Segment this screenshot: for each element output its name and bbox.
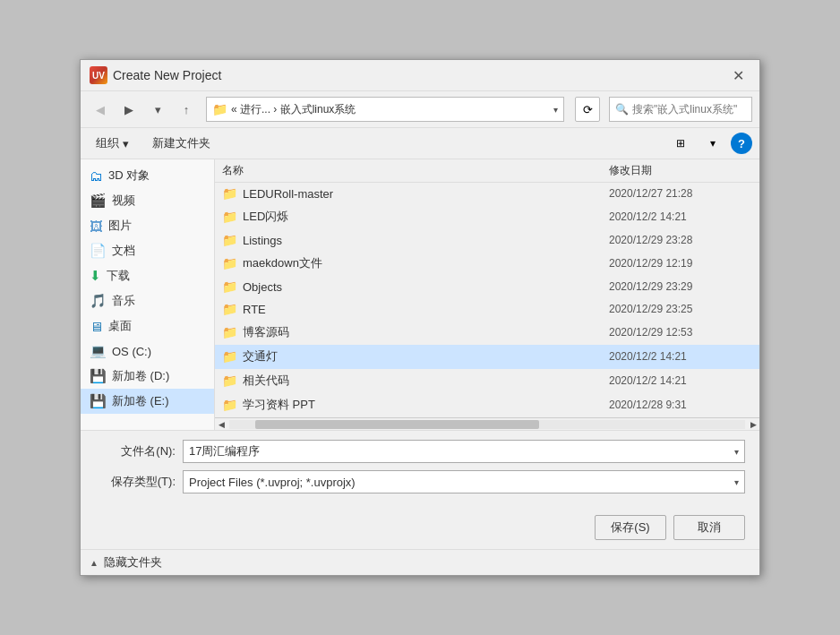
sidebar-item-desktop[interactable]: 🖥 桌面 bbox=[81, 313, 214, 339]
sidebar-item-music[interactable]: 🎵 音乐 bbox=[81, 288, 214, 313]
cancel-button[interactable]: 取消 bbox=[673, 515, 745, 540]
file-name: Objects bbox=[243, 280, 282, 294]
table-row[interactable]: 📁LEDURoll-master 2020/12/27 21:28 bbox=[215, 183, 759, 205]
view-button[interactable]: ⊞ bbox=[666, 133, 695, 154]
scroll-track bbox=[229, 420, 745, 429]
horizontal-scrollbar[interactable]: ◀ ▶ bbox=[215, 417, 759, 430]
sidebar-item-3d[interactable]: 🗂 3D 对象 bbox=[81, 163, 214, 188]
new-folder-button[interactable]: 新建文件夹 bbox=[144, 132, 219, 155]
organize-dropdown-icon: ▾ bbox=[123, 137, 129, 150]
search-box: 🔍 bbox=[609, 97, 752, 122]
new-folder-label: 新建文件夹 bbox=[152, 135, 210, 151]
file-date: 2020/12/29 12:53 bbox=[609, 326, 752, 339]
folder-icon: 📁 bbox=[222, 325, 237, 339]
footer-label: 隐藏文件夹 bbox=[104, 554, 162, 571]
sidebar-item-drive-e[interactable]: 💾 新加卷 (E:) bbox=[81, 389, 214, 414]
view-dropdown-button[interactable]: ▾ bbox=[699, 133, 727, 154]
table-row[interactable]: 📁maekdown文件 2020/12/29 12:19 bbox=[215, 252, 759, 276]
file-date: 2020/12/27 21:28 bbox=[609, 187, 752, 200]
path-dropdown-icon[interactable]: ▾ bbox=[553, 105, 558, 115]
filename-row: 文件名(N): ▾ bbox=[95, 440, 745, 463]
table-row[interactable]: 📁RTE 2020/12/29 23:25 bbox=[215, 298, 759, 321]
folder-icon: 📁 bbox=[222, 349, 237, 364]
drive-d-icon: 💾 bbox=[90, 368, 107, 384]
toolbar-left: 组织 ▾ 新建文件夹 bbox=[88, 132, 219, 155]
file-date: 2020/12/2 14:21 bbox=[609, 374, 752, 387]
downloads-icon: ⬇ bbox=[90, 268, 101, 284]
toolbar: 组织 ▾ 新建文件夹 ⊞ ▾ ? bbox=[81, 128, 759, 159]
sidebar-label-downloads: 下载 bbox=[107, 268, 130, 284]
refresh-button[interactable]: ⟳ bbox=[575, 97, 600, 122]
filetype-row: 保存类型(T): ▾ bbox=[95, 470, 745, 493]
close-button[interactable]: ✕ bbox=[725, 65, 750, 85]
desktop-icon: 🖥 bbox=[90, 319, 103, 334]
filetype-input[interactable] bbox=[189, 476, 734, 489]
filename-dropdown-icon[interactable]: ▾ bbox=[734, 447, 739, 457]
path-box[interactable]: 📁 « 进行... › 嵌入式linux系统 ▾ bbox=[206, 97, 564, 122]
sidebar-label-drive-c: OS (C:) bbox=[112, 345, 151, 358]
file-name: maekdown文件 bbox=[243, 255, 322, 271]
table-row[interactable]: 📁Objects 2020/12/29 23:29 bbox=[215, 276, 759, 298]
folder-icon: 📁 bbox=[222, 302, 237, 316]
organize-button[interactable]: 组织 ▾ bbox=[88, 132, 137, 155]
scroll-left-button[interactable]: ◀ bbox=[215, 418, 227, 431]
pictures-icon: 🖼 bbox=[90, 219, 103, 234]
sidebar-item-downloads[interactable]: ⬇ 下载 bbox=[81, 263, 214, 288]
expand-icon[interactable]: ▲ bbox=[90, 558, 99, 568]
dialog-title: Create New Project bbox=[113, 68, 221, 82]
filetype-dropdown-icon[interactable]: ▾ bbox=[734, 477, 739, 487]
folder-icon: 📁 bbox=[222, 233, 237, 247]
forward-button[interactable]: ▶ bbox=[116, 99, 141, 120]
footer: ▲ 隐藏文件夹 bbox=[81, 549, 759, 575]
app-icon: UV bbox=[90, 66, 107, 84]
sidebar-item-pictures[interactable]: 🖼 图片 bbox=[81, 213, 214, 238]
table-row[interactable]: 📁LED闪烁 2020/12/2 14:21 bbox=[215, 205, 759, 229]
path-text: « 进行... › 嵌入式linux系统 bbox=[231, 102, 550, 117]
scroll-right-button[interactable]: ▶ bbox=[747, 418, 759, 431]
sidebar-item-drive-d[interactable]: 💾 新加卷 (D:) bbox=[81, 364, 214, 389]
table-row[interactable]: 📁Listings 2020/12/29 23:28 bbox=[215, 229, 759, 252]
file-name: 学习资料 PPT bbox=[243, 397, 315, 413]
file-header: 名称 修改日期 bbox=[215, 159, 759, 183]
filetype-label: 保存类型(T): bbox=[95, 474, 176, 490]
sidebar-label-drive-d: 新加卷 (D:) bbox=[112, 368, 169, 384]
back-button[interactable]: ◀ bbox=[88, 99, 113, 120]
table-row[interactable]: 📁博客源码 2020/12/29 12:53 bbox=[215, 321, 759, 345]
save-button[interactable]: 保存(S) bbox=[595, 515, 666, 540]
file-date: 2020/12/29 23:28 bbox=[609, 234, 752, 246]
filename-input-wrap[interactable]: ▾ bbox=[183, 440, 745, 463]
file-date: 2020/12/29 12:19 bbox=[609, 257, 752, 270]
table-row[interactable]: 📁相关代码 2020/12/2 14:21 bbox=[215, 369, 759, 393]
search-icon: 🔍 bbox=[615, 103, 629, 116]
sidebar-item-video[interactable]: 🎬 视频 bbox=[81, 188, 214, 213]
filetype-input-wrap[interactable]: ▾ bbox=[183, 470, 745, 493]
file-name: 相关代码 bbox=[243, 373, 289, 389]
file-date: 2020/12/2 14:21 bbox=[609, 350, 752, 363]
table-row-selected[interactable]: 📁交通灯 2020/12/2 14:21 bbox=[215, 345, 759, 369]
help-button[interactable]: ? bbox=[731, 133, 752, 154]
sidebar-item-drive-c[interactable]: 💻 OS (C:) bbox=[81, 339, 214, 364]
folder-icon: 📁 bbox=[222, 279, 237, 294]
file-date: 2020/12/28 9:31 bbox=[609, 399, 752, 411]
filename-input[interactable] bbox=[189, 445, 734, 459]
file-table: 名称 修改日期 📁LEDURoll-master 2020/12/27 21:2… bbox=[215, 159, 759, 417]
file-date: 2020/12/2 14:21 bbox=[609, 210, 752, 223]
file-area: 名称 修改日期 📁LEDURoll-master 2020/12/27 21:2… bbox=[215, 159, 759, 430]
organize-label: 组织 bbox=[96, 135, 119, 151]
3d-icon: 🗂 bbox=[90, 168, 103, 184]
up-dropdown-button[interactable]: ▾ bbox=[145, 99, 170, 120]
file-name: LEDURoll-master bbox=[243, 187, 333, 201]
file-date: 2020/12/29 23:29 bbox=[609, 280, 752, 293]
documents-icon: 📄 bbox=[90, 243, 107, 259]
nav-bar: ◀ ▶ ▾ ↑ 📁 « 进行... › 嵌入式linux系统 ▾ ⟳ 🔍 bbox=[81, 91, 759, 128]
title-bar: UV Create New Project ✕ bbox=[81, 60, 759, 91]
bottom-section: 文件名(N): ▾ 保存类型(T): ▾ bbox=[81, 431, 759, 510]
table-row[interactable]: 📁学习资料 PPT 2020/12/28 9:31 bbox=[215, 393, 759, 417]
column-name: 名称 bbox=[222, 163, 609, 178]
search-input[interactable] bbox=[632, 103, 749, 116]
scroll-thumb bbox=[255, 420, 539, 429]
sidebar-item-documents[interactable]: 📄 文档 bbox=[81, 238, 214, 263]
dialog-window: UV Create New Project ✕ ◀ ▶ ▾ ↑ 📁 « 进行..… bbox=[80, 59, 760, 576]
music-icon: 🎵 bbox=[90, 293, 107, 309]
up-button[interactable]: ↑ bbox=[174, 99, 199, 120]
